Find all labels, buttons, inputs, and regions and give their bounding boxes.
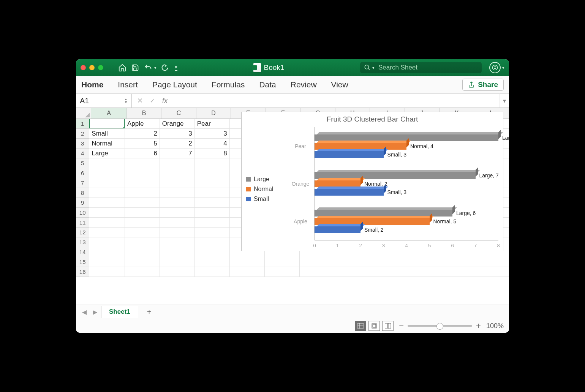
undo-icon[interactable] bbox=[144, 63, 153, 72]
cell-B5[interactable] bbox=[125, 158, 160, 168]
cell-C10[interactable] bbox=[160, 208, 195, 218]
cell-A4[interactable]: Large bbox=[89, 149, 125, 158]
zoom-slider[interactable] bbox=[408, 325, 472, 327]
cell-H15[interactable] bbox=[334, 257, 369, 267]
cell-A14[interactable] bbox=[89, 247, 125, 257]
sheet-tab-sheet1[interactable]: Sheet1 bbox=[101, 306, 138, 318]
cell-A6[interactable] bbox=[89, 168, 125, 178]
cell-A1[interactable] bbox=[89, 119, 125, 129]
cell-B2[interactable]: 2 bbox=[125, 129, 160, 139]
cell-C6[interactable] bbox=[160, 168, 195, 178]
cell-I15[interactable] bbox=[369, 257, 404, 267]
cell-D12[interactable] bbox=[195, 228, 230, 237]
cell-B14[interactable] bbox=[125, 247, 160, 257]
sheet-nav-prev-icon[interactable]: ◀ bbox=[80, 307, 89, 317]
cell-E16[interactable] bbox=[230, 267, 265, 277]
tab-home[interactable]: Home bbox=[81, 80, 103, 89]
cell-B3[interactable]: 5 bbox=[125, 139, 160, 149]
customize-qat-icon[interactable]: ▾ bbox=[175, 64, 177, 71]
cell-A13[interactable] bbox=[89, 237, 125, 247]
cell-D16[interactable] bbox=[195, 267, 230, 277]
cell-B16[interactable] bbox=[125, 267, 160, 277]
cell-A8[interactable] bbox=[89, 188, 125, 198]
row-header-11[interactable]: 11 bbox=[76, 218, 89, 228]
cell-D5[interactable] bbox=[195, 158, 230, 168]
tab-view[interactable]: View bbox=[331, 80, 348, 89]
cell-D2[interactable]: 3 bbox=[195, 129, 230, 139]
cell-D1[interactable]: Pear bbox=[195, 119, 230, 129]
row-header-1[interactable]: 1 bbox=[76, 119, 89, 129]
cell-C11[interactable] bbox=[160, 218, 195, 228]
cell-A2[interactable]: Small bbox=[89, 129, 125, 139]
cell-B7[interactable] bbox=[125, 178, 160, 188]
cell-D8[interactable] bbox=[195, 188, 230, 198]
cell-L15[interactable] bbox=[474, 257, 509, 267]
view-page-break-icon[interactable] bbox=[382, 321, 394, 331]
zoom-in-button[interactable]: + bbox=[476, 321, 481, 331]
cell-B8[interactable] bbox=[125, 188, 160, 198]
cell-C7[interactable] bbox=[160, 178, 195, 188]
share-button[interactable]: Share bbox=[462, 79, 504, 91]
feedback-icon[interactable] bbox=[489, 62, 501, 73]
view-page-layout-icon[interactable] bbox=[368, 321, 380, 331]
cell-A3[interactable]: Normal bbox=[89, 139, 125, 149]
cell-G16[interactable] bbox=[300, 267, 335, 277]
cell-E15[interactable] bbox=[230, 257, 265, 267]
cell-C4[interactable]: 7 bbox=[160, 149, 195, 158]
search-input[interactable] bbox=[378, 63, 478, 72]
cell-C14[interactable] bbox=[160, 247, 195, 257]
cancel-formula-icon[interactable]: ✕ bbox=[137, 96, 143, 105]
cell-C12[interactable] bbox=[160, 228, 195, 237]
cell-K16[interactable] bbox=[439, 267, 474, 277]
embedded-chart[interactable]: Fruit 3D Clustered Bar Chart Large Norma… bbox=[241, 112, 503, 251]
cell-F15[interactable] bbox=[265, 257, 300, 267]
select-all-corner[interactable] bbox=[76, 108, 91, 119]
close-window-button[interactable] bbox=[81, 65, 86, 70]
cell-D15[interactable] bbox=[195, 257, 230, 267]
row-header-5[interactable]: 5 bbox=[76, 158, 89, 168]
expand-formula-bar-icon[interactable]: ▾ bbox=[500, 94, 509, 107]
cell-D9[interactable] bbox=[195, 198, 230, 208]
cell-C2[interactable]: 3 bbox=[160, 129, 195, 139]
formula-input[interactable] bbox=[177, 96, 496, 105]
cell-C3[interactable]: 2 bbox=[160, 139, 195, 149]
search-dropdown-icon[interactable]: ▾ bbox=[372, 65, 375, 70]
cell-D3[interactable]: 4 bbox=[195, 139, 230, 149]
col-header-A[interactable]: A bbox=[91, 108, 126, 119]
cell-C5[interactable] bbox=[160, 158, 195, 168]
name-box[interactable]: A1 ▲▼ bbox=[76, 94, 132, 107]
cell-L16[interactable] bbox=[474, 267, 509, 277]
row-header-6[interactable]: 6 bbox=[76, 168, 89, 178]
row-header-7[interactable]: 7 bbox=[76, 178, 89, 188]
home-icon[interactable] bbox=[118, 63, 127, 72]
tab-page-layout[interactable]: Page Layout bbox=[152, 80, 197, 89]
cell-A12[interactable] bbox=[89, 228, 125, 237]
cell-B13[interactable] bbox=[125, 237, 160, 247]
tab-formulas[interactable]: Formulas bbox=[212, 80, 245, 89]
cell-D10[interactable] bbox=[195, 208, 230, 218]
minimize-window-button[interactable] bbox=[89, 65, 95, 70]
tab-review[interactable]: Review bbox=[291, 80, 317, 89]
cell-J15[interactable] bbox=[404, 257, 439, 267]
row-header-10[interactable]: 10 bbox=[76, 208, 89, 218]
zoom-slider-thumb[interactable] bbox=[436, 323, 443, 330]
cell-A9[interactable] bbox=[89, 198, 125, 208]
row-header-4[interactable]: 4 bbox=[76, 149, 89, 158]
tab-insert[interactable]: Insert bbox=[118, 80, 138, 89]
cell-A11[interactable] bbox=[89, 218, 125, 228]
cell-F16[interactable] bbox=[265, 267, 300, 277]
cell-D14[interactable] bbox=[195, 247, 230, 257]
row-header-9[interactable]: 9 bbox=[76, 198, 89, 208]
cell-A5[interactable] bbox=[89, 158, 125, 168]
cell-C16[interactable] bbox=[160, 267, 195, 277]
cell-A7[interactable] bbox=[89, 178, 125, 188]
row-header-13[interactable]: 13 bbox=[76, 237, 89, 247]
row-header-15[interactable]: 15 bbox=[76, 257, 89, 267]
cell-D4[interactable]: 8 bbox=[195, 149, 230, 158]
col-header-C[interactable]: C bbox=[161, 108, 196, 119]
zoom-out-button[interactable]: − bbox=[399, 321, 404, 331]
cell-C1[interactable]: Orange bbox=[160, 119, 195, 129]
accept-formula-icon[interactable]: ✓ bbox=[150, 96, 155, 105]
cell-B6[interactable] bbox=[125, 168, 160, 178]
redo-icon[interactable] bbox=[160, 63, 169, 72]
